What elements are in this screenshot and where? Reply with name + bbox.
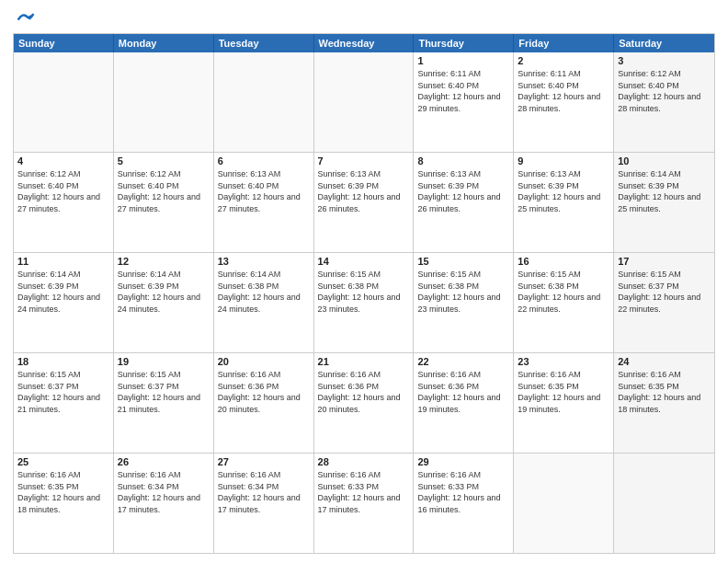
day-number: 25 (17, 456, 109, 467)
day-cell-29: 29Sunrise: 6:16 AM Sunset: 6:33 PM Dayli… (414, 454, 514, 553)
empty-cell-4-6 (614, 454, 714, 553)
day-number: 16 (518, 256, 609, 267)
day-number: 5 (118, 155, 210, 167)
day-cell-26: 26Sunrise: 6:16 AM Sunset: 6:34 PM Dayli… (114, 454, 214, 553)
day-info: Sunrise: 6:16 AM Sunset: 6:35 PM Dayligh… (17, 469, 109, 515)
day-info: Sunrise: 6:13 AM Sunset: 6:39 PM Dayligh… (318, 168, 410, 214)
day-cell-28: 28Sunrise: 6:16 AM Sunset: 6:33 PM Dayli… (314, 454, 415, 553)
day-info: Sunrise: 6:14 AM Sunset: 6:38 PM Dayligh… (218, 269, 310, 315)
empty-cell-0-0 (14, 52, 114, 152)
day-cell-2: 2Sunrise: 6:11 AM Sunset: 6:40 PM Daylig… (514, 52, 614, 152)
calendar-row-3: 18Sunrise: 6:15 AM Sunset: 6:37 PM Dayli… (14, 352, 714, 453)
day-info: Sunrise: 6:15 AM Sunset: 6:37 PM Dayligh… (118, 369, 210, 415)
day-info: Sunrise: 6:16 AM Sunset: 6:35 PM Dayligh… (518, 369, 609, 415)
header-day-wednesday: Wednesday (314, 34, 415, 52)
day-number: 14 (318, 256, 410, 267)
day-info: Sunrise: 6:12 AM Sunset: 6:40 PM Dayligh… (17, 168, 109, 214)
day-number: 13 (218, 256, 310, 267)
day-cell-27: 27Sunrise: 6:16 AM Sunset: 6:34 PM Dayli… (214, 454, 314, 553)
calendar-body: 1Sunrise: 6:11 AM Sunset: 6:40 PM Daylig… (14, 52, 714, 553)
day-number: 11 (17, 256, 109, 267)
day-cell-21: 21Sunrise: 6:16 AM Sunset: 6:36 PM Dayli… (314, 353, 415, 453)
day-number: 4 (17, 155, 109, 167)
header-day-friday: Friday (514, 34, 614, 52)
day-number: 24 (618, 356, 711, 367)
day-number: 19 (118, 356, 210, 367)
header-day-monday: Monday (114, 34, 214, 52)
day-info: Sunrise: 6:11 AM Sunset: 6:40 PM Dayligh… (518, 68, 609, 114)
day-info: Sunrise: 6:16 AM Sunset: 6:36 PM Dayligh… (417, 369, 509, 415)
day-number: 2 (518, 55, 609, 66)
day-cell-3: 3Sunrise: 6:12 AM Sunset: 6:40 PM Daylig… (614, 52, 714, 152)
empty-cell-4-5 (514, 454, 614, 553)
day-info: Sunrise: 6:16 AM Sunset: 6:36 PM Dayligh… (318, 369, 410, 415)
day-number: 27 (218, 456, 310, 467)
day-info: Sunrise: 6:16 AM Sunset: 6:33 PM Dayligh… (318, 469, 410, 515)
day-cell-13: 13Sunrise: 6:14 AM Sunset: 6:38 PM Dayli… (214, 253, 314, 352)
day-info: Sunrise: 6:16 AM Sunset: 6:34 PM Dayligh… (118, 469, 210, 515)
day-number: 26 (118, 456, 210, 467)
day-number: 10 (618, 155, 711, 167)
day-info: Sunrise: 6:15 AM Sunset: 6:38 PM Dayligh… (518, 269, 609, 315)
page: SundayMondayTuesdayWednesdayThursdayFrid… (0, 0, 728, 563)
header-day-thursday: Thursday (414, 34, 514, 52)
header (13, 9, 715, 28)
day-info: Sunrise: 6:15 AM Sunset: 6:37 PM Dayligh… (17, 369, 109, 415)
day-number: 7 (318, 155, 410, 167)
day-cell-24: 24Sunrise: 6:16 AM Sunset: 6:35 PM Dayli… (614, 353, 714, 453)
calendar: SundayMondayTuesdayWednesdayThursdayFrid… (13, 33, 715, 554)
day-cell-5: 5Sunrise: 6:12 AM Sunset: 6:40 PM Daylig… (114, 153, 214, 252)
day-cell-1: 1Sunrise: 6:11 AM Sunset: 6:40 PM Daylig… (414, 52, 514, 152)
day-cell-18: 18Sunrise: 6:15 AM Sunset: 6:37 PM Dayli… (14, 353, 114, 453)
day-number: 12 (118, 256, 210, 267)
day-cell-19: 19Sunrise: 6:15 AM Sunset: 6:37 PM Dayli… (114, 353, 214, 453)
day-cell-7: 7Sunrise: 6:13 AM Sunset: 6:39 PM Daylig… (314, 153, 415, 252)
calendar-row-2: 11Sunrise: 6:14 AM Sunset: 6:39 PM Dayli… (14, 252, 714, 352)
day-info: Sunrise: 6:15 AM Sunset: 6:37 PM Dayligh… (618, 269, 711, 315)
day-info: Sunrise: 6:15 AM Sunset: 6:38 PM Dayligh… (417, 269, 509, 315)
day-number: 18 (17, 356, 109, 367)
calendar-row-4: 25Sunrise: 6:16 AM Sunset: 6:35 PM Dayli… (14, 453, 714, 553)
calendar-header: SundayMondayTuesdayWednesdayThursdayFrid… (14, 34, 714, 52)
day-number: 8 (417, 155, 509, 167)
day-cell-12: 12Sunrise: 6:14 AM Sunset: 6:39 PM Dayli… (114, 253, 214, 352)
day-info: Sunrise: 6:13 AM Sunset: 6:40 PM Dayligh… (218, 168, 310, 214)
day-info: Sunrise: 6:16 AM Sunset: 6:34 PM Dayligh… (218, 469, 310, 515)
day-cell-8: 8Sunrise: 6:13 AM Sunset: 6:39 PM Daylig… (414, 153, 514, 252)
day-info: Sunrise: 6:16 AM Sunset: 6:35 PM Dayligh… (618, 369, 711, 415)
empty-cell-0-1 (114, 52, 214, 152)
calendar-row-1: 4Sunrise: 6:12 AM Sunset: 6:40 PM Daylig… (14, 152, 714, 252)
day-cell-22: 22Sunrise: 6:16 AM Sunset: 6:36 PM Dayli… (414, 353, 514, 453)
day-cell-11: 11Sunrise: 6:14 AM Sunset: 6:39 PM Dayli… (14, 253, 114, 352)
day-info: Sunrise: 6:14 AM Sunset: 6:39 PM Dayligh… (618, 168, 711, 214)
day-number: 22 (417, 356, 509, 367)
header-day-sunday: Sunday (14, 34, 114, 52)
day-number: 29 (417, 456, 509, 467)
day-number: 6 (218, 155, 310, 167)
day-number: 23 (518, 356, 609, 367)
day-number: 17 (618, 256, 711, 267)
logo (13, 9, 35, 28)
calendar-row-0: 1Sunrise: 6:11 AM Sunset: 6:40 PM Daylig… (14, 52, 714, 152)
day-cell-9: 9Sunrise: 6:13 AM Sunset: 6:39 PM Daylig… (514, 153, 614, 252)
day-number: 9 (518, 155, 609, 167)
day-cell-14: 14Sunrise: 6:15 AM Sunset: 6:38 PM Dayli… (314, 253, 415, 352)
header-day-tuesday: Tuesday (214, 34, 314, 52)
day-info: Sunrise: 6:14 AM Sunset: 6:39 PM Dayligh… (17, 269, 109, 315)
day-cell-6: 6Sunrise: 6:13 AM Sunset: 6:40 PM Daylig… (214, 153, 314, 252)
day-number: 21 (318, 356, 410, 367)
day-info: Sunrise: 6:12 AM Sunset: 6:40 PM Dayligh… (118, 168, 210, 214)
day-cell-15: 15Sunrise: 6:15 AM Sunset: 6:38 PM Dayli… (414, 253, 514, 352)
day-info: Sunrise: 6:11 AM Sunset: 6:40 PM Dayligh… (417, 68, 509, 114)
day-info: Sunrise: 6:15 AM Sunset: 6:38 PM Dayligh… (318, 269, 410, 315)
day-info: Sunrise: 6:13 AM Sunset: 6:39 PM Dayligh… (518, 168, 609, 214)
logo-icon (17, 9, 35, 28)
day-info: Sunrise: 6:16 AM Sunset: 6:36 PM Dayligh… (218, 369, 310, 415)
day-cell-23: 23Sunrise: 6:16 AM Sunset: 6:35 PM Dayli… (514, 353, 614, 453)
day-info: Sunrise: 6:14 AM Sunset: 6:39 PM Dayligh… (118, 269, 210, 315)
day-cell-4: 4Sunrise: 6:12 AM Sunset: 6:40 PM Daylig… (14, 153, 114, 252)
day-number: 15 (417, 256, 509, 267)
day-info: Sunrise: 6:16 AM Sunset: 6:33 PM Dayligh… (417, 469, 509, 515)
day-number: 3 (618, 55, 711, 66)
header-day-saturday: Saturday (614, 34, 714, 52)
